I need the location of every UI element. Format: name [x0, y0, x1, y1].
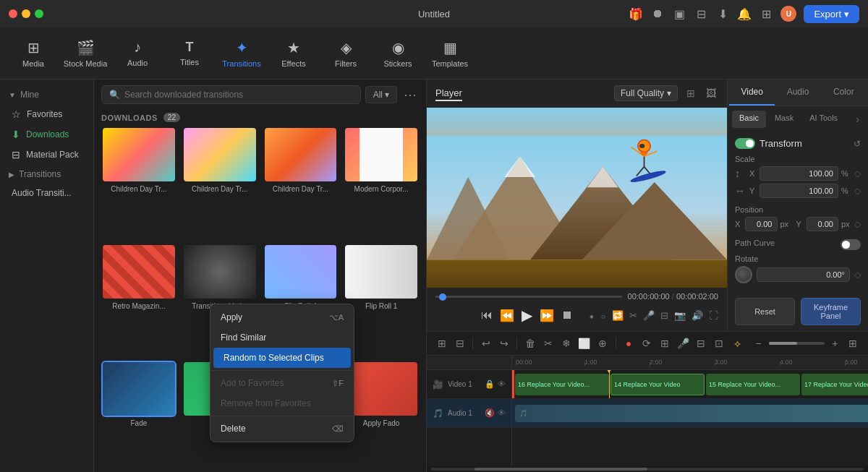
caption-icon[interactable]: ⊟ — [660, 310, 668, 321]
transition-card-children1[interactable]: Children Day Tr... — [101, 126, 176, 238]
transition-card-modern[interactable]: Modern Corpor... — [344, 126, 419, 238]
loop-icon[interactable]: 🔁 — [612, 310, 624, 321]
sidebar-downloads[interactable]: ⬇ Downloads — [3, 124, 90, 145]
audio-hide-icon[interactable]: 👁 — [498, 408, 506, 418]
transition-card-applyfado[interactable]: Apply Fado — [344, 361, 419, 472]
tl-grid-view-button[interactable]: ⊞ — [846, 335, 861, 351]
sidebar-favorites[interactable]: ☆ Favorites — [3, 104, 90, 124]
sub-tabs-more-icon[interactable]: › — [851, 111, 864, 128]
horizontal-scrollbar[interactable] — [431, 468, 864, 471]
clip-v4[interactable]: 17 Replace Your Video... — [801, 374, 868, 395]
tl-trim-button[interactable]: ⊞ — [658, 335, 673, 351]
scale-y-input[interactable]: 100.00 — [760, 184, 838, 198]
devices-icon[interactable]: ⊟ — [694, 7, 708, 21]
transition-card-children2[interactable]: Children Day Tr... — [182, 126, 258, 238]
export-button[interactable]: Export — [804, 5, 859, 23]
search-input-container[interactable]: 🔍 — [101, 85, 361, 104]
mic-icon[interactable]: 🎤 — [643, 310, 655, 321]
audio-clip[interactable]: 🎵 — [515, 405, 868, 422]
pos-x-input[interactable]: 0.00 — [745, 217, 778, 231]
close-button[interactable] — [9, 9, 17, 18]
tab-audio[interactable]: Audio — [775, 80, 820, 106]
progress-bar[interactable] — [435, 296, 622, 298]
tl-transform-button[interactable]: ⊕ — [595, 335, 610, 351]
skip-back-button[interactable]: ⏮ — [481, 309, 493, 322]
subtab-ai-tools[interactable]: AI Tools — [802, 111, 845, 128]
cm-random-clips[interactable]: Random to Selected Clips — [213, 348, 351, 368]
path-curve-toggle[interactable] — [841, 239, 861, 250]
transform-reset-icon[interactable]: ↺ — [854, 139, 861, 149]
quality-selector[interactable]: Full Quality ▾ — [614, 85, 678, 101]
cm-apply[interactable]: Apply ⌥A — [210, 307, 354, 327]
transition-card-fliproll1[interactable]: Flip Roll 1 — [344, 244, 419, 355]
clip-v2[interactable]: 14 Replace Your Video — [610, 374, 705, 395]
tl-crop-button[interactable]: ⬜ — [576, 335, 592, 351]
tab-player[interactable]: Player — [435, 86, 462, 101]
tl-redo-button[interactable]: ↪ — [496, 335, 511, 351]
record-icon[interactable]: ⏺ — [650, 7, 665, 21]
toolbar-stock-media[interactable]: 🎬 Stock Media — [61, 33, 110, 74]
toolbar-stickers[interactable]: ◉ Stickers — [373, 33, 422, 74]
snapshot-icon[interactable]: 🖼 — [704, 86, 718, 100]
sidebar-mine-header[interactable]: ▼ Mine — [0, 85, 93, 104]
maximize-button[interactable] — [35, 9, 43, 18]
cm-delete[interactable]: Delete ⌫ — [210, 419, 354, 439]
tl-remove-bg-button[interactable]: ⊡ — [712, 335, 727, 351]
tl-minus-zoom-button[interactable]: − — [751, 335, 766, 351]
more-options-button[interactable]: ⋯ — [401, 86, 419, 103]
toolbar-audio[interactable]: ♪ Audio — [113, 33, 162, 74]
scale-x-input[interactable]: 100.00 — [760, 166, 838, 181]
pos-y-input[interactable]: 0.00 — [807, 217, 839, 231]
reset-button[interactable]: Reset — [735, 298, 795, 325]
toolbar-transitions[interactable]: ✦ Transitions — [217, 33, 266, 74]
all-filter-button[interactable]: All ▾ — [365, 86, 397, 103]
play-button[interactable]: ▶ — [522, 306, 532, 324]
tl-keyframe-button[interactable]: ⟡ — [730, 335, 745, 351]
snapshot2-icon[interactable]: 📷 — [674, 310, 686, 321]
transform-toggle[interactable] — [735, 138, 755, 149]
download-icon[interactable]: ⬇ — [715, 7, 730, 21]
grid-view-icon[interactable]: ⊞ — [684, 86, 698, 100]
step-back-button[interactable]: ⏪ — [500, 309, 514, 322]
search-input[interactable] — [124, 90, 353, 100]
tl-snap-button[interactable]: ⊞ — [434, 335, 449, 351]
cm-remove-favorites[interactable]: Remove from Favorites — [210, 393, 354, 413]
tl-auto-button[interactable]: ⟳ — [639, 335, 655, 351]
gift-icon[interactable]: 🎁 — [629, 7, 643, 21]
scale-x-reset-icon[interactable]: ◇ — [854, 168, 861, 179]
tl-record-button[interactable]: ● — [621, 335, 637, 351]
tl-audio-button[interactable]: 🎤 — [676, 335, 691, 351]
bell-icon[interactable]: 🔔 — [737, 7, 752, 21]
transition-card-fade[interactable]: Fade — [101, 361, 176, 472]
mark-out-icon[interactable]: ⬦ — [600, 310, 606, 321]
speaker-icon[interactable]: 🔊 — [692, 310, 703, 321]
audio-mute-icon[interactable]: 🔇 — [485, 408, 495, 418]
transition-card-retro[interactable]: Retro Magazin... — [101, 244, 176, 355]
pip-icon[interactable]: ▣ — [672, 7, 686, 21]
grid-icon[interactable]: ⊞ — [759, 7, 773, 21]
sidebar-transitions-header[interactable]: ▶ Transitions — [0, 165, 93, 184]
minimize-button[interactable] — [22, 9, 30, 18]
tl-subtitle-button[interactable]: ⊟ — [694, 335, 709, 351]
tab-video[interactable]: Video — [729, 80, 775, 106]
keyframe-panel-button[interactable]: Keyframe Panel — [801, 298, 861, 325]
tl-zoom-slider[interactable] — [769, 342, 825, 345]
toolbar-effects[interactable]: ★ Effects — [269, 33, 318, 74]
tl-plus-zoom-button[interactable]: + — [827, 335, 843, 351]
mark-in-icon[interactable]: ⬥ — [589, 310, 595, 321]
rotate-dial[interactable] — [735, 266, 752, 283]
rotate-reset-icon[interactable]: ◇ — [854, 270, 861, 280]
sidebar-audio-transitions[interactable]: Audio Transiti... — [3, 184, 90, 202]
cm-add-favorites[interactable]: Add to Favorites ⇧F — [210, 373, 354, 393]
position-reset-icon[interactable]: ◇ — [854, 219, 861, 229]
cm-find-similar[interactable]: Find Similar — [210, 327, 354, 348]
clip-v3[interactable]: 15 Replace Your Video... — [706, 374, 800, 395]
toolbar-templates[interactable]: ▦ Templates — [425, 33, 475, 74]
video-lock-icon[interactable]: 🔒 — [485, 379, 495, 389]
subtab-basic[interactable]: Basic — [732, 111, 766, 128]
step-forward-button[interactable]: ⏩ — [540, 309, 554, 322]
sidebar-material-pack[interactable]: ⊟ Material Pack — [3, 145, 90, 165]
tl-delete-button[interactable]: 🗑 — [522, 335, 537, 351]
subtab-mask[interactable]: Mask — [767, 111, 801, 128]
tl-split-button[interactable]: ✂ — [540, 335, 556, 351]
